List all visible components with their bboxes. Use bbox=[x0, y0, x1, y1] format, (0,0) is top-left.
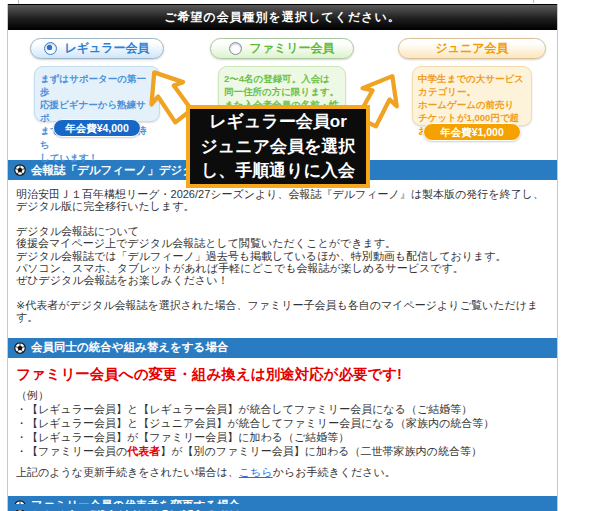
junior-fee-badge: 年会費¥1,000 bbox=[423, 123, 521, 141]
regular-member-button[interactable]: レギュラー会員 bbox=[30, 38, 164, 59]
example-text: ・【ファミリー会員の bbox=[16, 445, 127, 457]
regular-member-label: レギュラー会員 bbox=[64, 40, 149, 57]
radio-unselected-icon[interactable] bbox=[229, 42, 242, 55]
merge-examples: （例） ・【レギュラー会員】と【レギュラー会員】が統合してファミリー会員になる（… bbox=[16, 389, 549, 479]
procedure-text: 上記のような更新手続きをされたい場合は、 bbox=[16, 466, 239, 478]
section-header-merge: 会員同士の統合や組み替えをする場合 bbox=[8, 338, 557, 358]
family-member-button[interactable]: ファミリー会員 bbox=[210, 38, 354, 59]
example-item: ・【レギュラー会員】が【ファミリー会員】に加わる（ご結婚等） bbox=[16, 431, 549, 444]
next-section-header-partial bbox=[8, 504, 557, 510]
merge-procedure-link[interactable]: こちら bbox=[239, 466, 273, 478]
representative-highlight: 代表者 bbox=[127, 445, 160, 457]
example-item: ・【レギュラー会員】と【ジュニア会員】が統合してファミリー会員になる（家族内の統… bbox=[16, 417, 549, 430]
radio-selected-icon[interactable] bbox=[44, 42, 57, 55]
family-member-label: ファミリー会員 bbox=[249, 40, 334, 57]
content-panel: ご希望の会員種別を選択してください。 レギュラー会員 まずはサポーターの第一歩 … bbox=[7, 4, 558, 511]
family-change-warning: ファミリー会員への変更・組み換えは別途対応が必要です! bbox=[16, 365, 549, 384]
example-text: 】が【別のファミリー会員】に加わる（二世帯家族内の統合等） bbox=[160, 445, 482, 457]
paragraph: 明治安田Ｊ１百年構想リーグ・2026/27シーズンより、会報誌『デルフィーノ』は… bbox=[16, 188, 549, 213]
example-label: （例） bbox=[16, 389, 549, 402]
page-top-border-remnant bbox=[533, 0, 534, 3]
section-title: 会員同士の統合や組み替えをする場合 bbox=[31, 340, 228, 355]
page-title: ご希望の会員種別を選択してください。 bbox=[8, 4, 557, 30]
example-item: ・【レギュラー会員】と【レギュラー会員】が統合してファミリー会員になる（ご結婚等… bbox=[16, 403, 549, 416]
paragraph: デジタル会報誌について 後援会マイページ上でデジタル会報誌として閲覧いただくこと… bbox=[16, 225, 549, 287]
digital-section-body: 明治安田Ｊ１百年構想リーグ・2026/27シーズンより、会報誌『デルフィーノ』は… bbox=[8, 180, 557, 338]
junior-member-button[interactable]: ジュニア会員 bbox=[398, 38, 546, 59]
procedure-line: 上記のような更新手続きをされたい場合は、こちらからお手続きください。 bbox=[16, 466, 549, 479]
soccer-ball-icon bbox=[14, 342, 26, 354]
junior-member-label: ジュニア会員 bbox=[435, 40, 508, 57]
instruction-callout: レギュラー会員or ジュニア会員を選択 し、手順通りに入会 bbox=[186, 105, 370, 188]
junior-member-description: 中学生までの大サービス カテゴリー。 ホームゲームの前売り チケットが1,000… bbox=[412, 66, 532, 126]
regular-fee-badge: 年会費¥4,000 bbox=[53, 119, 141, 137]
membership-option-junior: ジュニア会員 中学生までの大サービス カテゴリー。 ホームゲームの前売り チケッ… bbox=[398, 38, 546, 141]
procedure-text: からお手続きください。 bbox=[273, 466, 396, 478]
example-item: ・【ファミリー会員の代表者】が【別のファミリー会員】に加わる（二世帯家族内の統合… bbox=[16, 445, 549, 458]
soccer-ball-icon bbox=[14, 164, 26, 176]
paragraph-note: ※代表者がデジタル会報誌を選択された場合、ファミリー子会員も各自のマイページより… bbox=[16, 299, 549, 324]
